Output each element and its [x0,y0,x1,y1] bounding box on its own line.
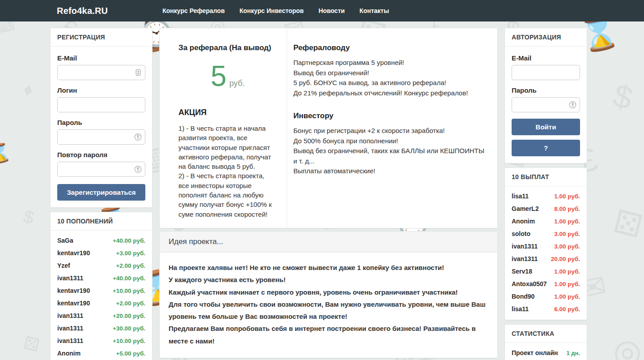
action-title: АКЦИЯ [178,108,277,117]
payout-username: Serv18 [512,268,532,275]
bg-pattern-icon: ⌛ [0,142,13,164]
deposit-amount: +40.00 руб. [113,237,145,244]
left-sidebar: РЕГИСТРАЦИЯ E-Mail Логин [50,28,153,360]
deposit-row: kentavr190 +2.00 руб. [51,297,152,309]
payout-username: soloto [512,230,530,237]
idea-text-line: Каждый участник начинает с первого уровн… [169,286,488,298]
payout-amount: 1.00 руб. [554,268,580,275]
payout-username: ivan1311 [512,243,538,250]
action-paragraph: 1) - В честь старта и начала развития пр… [178,124,277,171]
payouts-list: lisa11 1.00 руб. GamerL2 8.00 руб. Anoni… [505,186,587,320]
stats-panel: СТАТИСТИКА Проект онлайн 1 дн. Участнико… [504,324,587,360]
reward-amount-value: 5 [211,60,227,92]
password-autofill-key-icon[interactable] [569,101,576,109]
idea-text: На проекте халявы нет! Не кто не сможет … [160,253,497,358]
promo-right-column: Рефераловоду Партнерская программа 5 уро… [287,28,497,228]
investor-benefit-line: Бонус при регистрации +2 к скорости зара… [293,126,487,136]
auth-email-input[interactable] [512,65,580,80]
payout-row: Anonim 1.00 руб. [505,215,587,227]
stat-label: Проект онлайн [512,349,558,356]
investor-benefit-line: Выплаты автоматические! [293,166,487,176]
registration-password-label: Пароль [57,119,145,126]
registration-panel: РЕГИСТРАЦИЯ E-Mail Логин [50,28,153,208]
payout-amount: 1.00 руб. [554,293,580,300]
referrer-section-title: Рефераловоду [293,43,487,52]
investor-section-title: Инвестору [293,111,487,120]
payout-row: Antoxa0507 1.00 руб. [505,278,587,290]
deposit-amount: +10.00 руб. [113,287,145,294]
login-button[interactable]: Войти [512,119,580,135]
bg-pattern-icon: £ [0,270,0,290]
idea-text-line: На проекте халявы нет! Не кто не сможет … [169,261,488,274]
contact-autofill-icon[interactable] [135,69,142,76]
payout-row: ivan1311 20.00 руб. [505,253,587,265]
nav-menu-item[interactable]: Новости [318,7,345,14]
registration-panel-title: РЕГИСТРАЦИЯ [51,28,152,47]
payout-amount: 1.00 руб. [554,281,580,287]
bg-pattern-icon: $ [610,79,636,115]
stat-value: 1 дн. [566,350,580,356]
deposit-username: ivan1311 [57,337,83,344]
payout-username: Antoxa0507 [512,280,547,287]
payout-row: lisa11 1.00 руб. [505,190,587,202]
deposit-username: kentavr190 [57,287,90,294]
payout-amount: 3.00 руб. [554,243,580,250]
deposit-row: Yzef +2.00 руб. [51,259,152,272]
bg-pattern-icon: ♦ [21,80,34,99]
deposit-amount: +40.00 руб. [113,275,145,282]
payout-amount: 1.00 руб. [554,218,580,225]
idea-text-line: У каждого участника есть уровень! [169,274,488,286]
investor-benefits: Бонус при регистрации +2 к скорости зара… [293,126,487,176]
idea-panel-title: Идея проекта... [160,231,497,253]
auth-panel: АВТОРИЗАЦИЯ E-Mail Пароль [504,28,587,163]
payout-username: lisa11 [512,193,529,200]
registration-password-input[interactable] [57,129,145,145]
right-sidebar: АВТОРИЗАЦИЯ E-Mail Пароль [504,28,587,360]
registration-login-label: Логин [57,86,145,94]
registration-password-repeat-input[interactable] [57,162,145,177]
deposit-amount: +2.00 руб. [116,262,145,269]
auth-password-label: Пароль [512,86,580,94]
stats-panel-title: СТАТИСТИКА [505,325,587,343]
bg-pattern-icon: $ [21,207,35,227]
payout-amount: 6.00 руб. [554,306,580,313]
main-content: За реферала (На вывод) 5руб. АКЦИЯ 1) - … [159,28,498,358]
nav-menu-item[interactable]: Конкурс Рефералов [162,7,225,14]
password-autofill-key-icon[interactable] [134,166,142,173]
nav-menu-item[interactable]: Конкурс Инвесторов [240,7,304,14]
help-button[interactable]: ? [512,140,580,156]
payout-row: soloto 3.00 руб. [505,227,587,240]
payouts-panel-title: 10 ВЫПЛАТ [505,168,587,186]
deposit-username: ivan1311 [57,325,83,332]
site-logo[interactable]: Refo4ka.RU [57,6,108,16]
registration-email-label: E-Mail [57,54,145,62]
deposit-amount: +10.00 руб. [113,338,145,344]
bg-pattern-icon: ⚄ [610,205,644,243]
deposit-row: kentavr190 +10.00 руб. [51,284,152,297]
registration-email-input[interactable] [57,65,145,80]
auth-panel-title: АВТОРИЗАЦИЯ [505,28,587,47]
payout-amount: 1.00 руб. [554,193,580,200]
nav-menu-item[interactable]: Контакты [360,7,389,14]
deposit-row: ivan1311 +30.00 руб. [51,322,152,334]
deposit-row: SaGa +40.00 руб. [51,234,152,247]
payouts-panel: 10 ВЫПЛАТ lisa11 1.00 руб. GamerL2 8.00 … [504,167,587,320]
deposits-list: SaGa +40.00 руб. kentavr190 +3.00 руб. Y… [51,231,152,360]
deposit-row: ivan1311 +40.00 руб. [51,272,152,284]
reward-amount-currency: руб. [229,79,245,88]
password-autofill-key-icon[interactable] [134,133,142,141]
deposit-amount: +2.00 руб. [116,300,145,307]
registration-login-input[interactable] [57,97,145,112]
payout-username: Anonim [512,218,535,225]
deposit-username: Yzef [57,262,70,269]
stat-row: Проект онлайн 1 дн. [505,347,587,359]
promo-left-column: За реферала (На вывод) 5руб. АКЦИЯ 1) - … [160,28,287,228]
payout-row: lisa11 6.00 руб. [505,303,587,315]
deposit-username: ivan1311 [57,312,83,319]
payout-row: Bond90 1.00 руб. [505,290,587,303]
payout-username: lisa11 [512,305,529,313]
register-button[interactable]: Зарегистрироваться [57,184,145,201]
deposit-username: kentavr190 [57,300,90,307]
deposit-row: ivan1311 +20.00 руб. [51,309,152,322]
registration-password-repeat-label: Повтор пароля [57,151,145,159]
